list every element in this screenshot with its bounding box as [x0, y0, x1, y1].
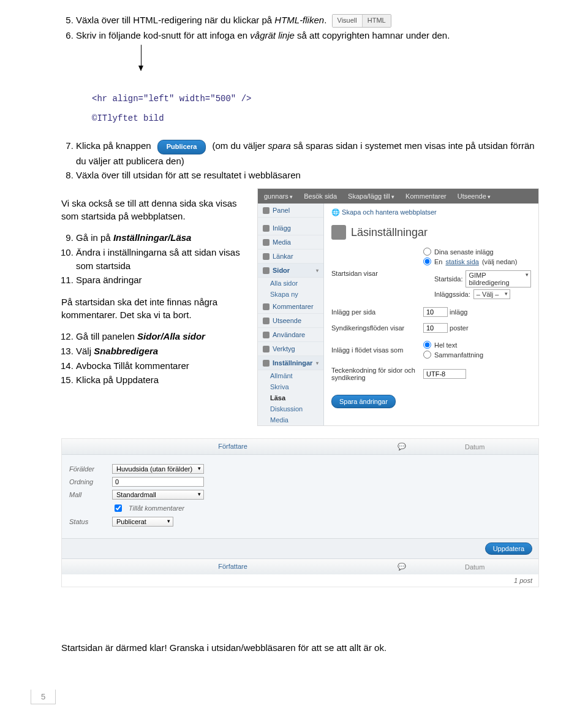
- select-postspage[interactable]: – Välj –: [473, 289, 511, 299]
- paragraph-1: Vi ska också se till att denna sida ska …: [61, 197, 245, 223]
- label-template: Mall: [69, 491, 107, 498]
- label-feed-shows: Inlägg i flödet visas som: [331, 346, 417, 354]
- select-template[interactable]: Standardmall: [112, 490, 204, 500]
- sidebar-item-appearance[interactable]: Utseende: [258, 314, 323, 328]
- sidebar-item-pages[interactable]: Sidor▾: [258, 264, 323, 278]
- input-encoding[interactable]: [423, 369, 466, 379]
- step-5-text: Växla över till HTML-redigering när du k…: [76, 15, 274, 25]
- sidebar-sub-general[interactable]: Allmänt: [258, 370, 323, 381]
- save-changes-button[interactable]: Spara ändringar: [331, 395, 396, 408]
- link-static-page[interactable]: statisk sida: [445, 258, 478, 265]
- select-parent[interactable]: Huvudsida (utan förälder): [112, 464, 204, 474]
- step-10: Ändra i inställningarna så att sidan vis…: [76, 246, 245, 273]
- sidebar-sub-all-pages[interactable]: Alla sidor: [258, 278, 323, 289]
- page-number: 5: [31, 690, 539, 704]
- label-posts-per-page: Inlägg per sida: [331, 308, 417, 316]
- step-6: Skriv in följande kod-snutt för att info…: [76, 29, 539, 42]
- users-icon: [263, 332, 270, 338]
- step-14: Avbocka Tillåt kommentarer: [76, 359, 245, 373]
- column-author[interactable]: Författare: [68, 443, 398, 451]
- step-15: Klicka på Uppdatera: [76, 373, 245, 387]
- update-button[interactable]: Uppdatera: [485, 542, 532, 555]
- step-11: Spara ändringar: [76, 273, 245, 287]
- tab-html: HTML: [363, 15, 391, 27]
- wp-main: 🌐 Skapa och hantera webbplatser Läsinstä…: [324, 204, 538, 425]
- radio-full-text[interactable]: [423, 341, 431, 349]
- sidebar-item-media[interactable]: Media: [258, 235, 323, 249]
- step-list-2: Klicka på knappen Publicera (om du välje…: [61, 139, 539, 182]
- chevron-down-icon: ▾: [316, 268, 318, 273]
- tabs-visual-html: VisuellHTML: [332, 14, 391, 28]
- quick-edit-screenshot: Författare 💬 Datum FörälderHuvudsida (ut…: [61, 438, 539, 587]
- step-7: Klicka på knappen Publicera (om du välje…: [76, 139, 539, 168]
- radio-latest-posts[interactable]: [423, 248, 431, 256]
- wp-breadcrumb: 🌐 Skapa och hantera webbplatser: [331, 208, 531, 216]
- sidebar-item-users[interactable]: Användare: [258, 328, 323, 342]
- label-syndication: Syndikeringsflöden visar: [331, 324, 417, 332]
- step-list: Växla över till HTML-redigering när du k…: [61, 13, 539, 42]
- input-order[interactable]: [112, 477, 204, 487]
- step-12: Gå till panelen Sidor/Alla sidor: [76, 330, 245, 343]
- step-list-3: Gå in på Inställningar/Läsa Ändra i inst…: [61, 231, 245, 287]
- wp-comments[interactable]: Kommentarer: [405, 192, 447, 200]
- paragraph-2: På startsidan ska det inte finnas några …: [61, 295, 245, 321]
- gear-icon: [263, 360, 270, 367]
- sidebar-sub-new-page[interactable]: Skapa ny: [258, 289, 323, 300]
- wp-create[interactable]: Skapa/lägg till: [348, 192, 394, 200]
- wp-topbar: gunnars Besök sida Skapa/lägg till Komme…: [258, 189, 538, 204]
- sidebar-item-tools[interactable]: Verktyg: [258, 342, 323, 356]
- closing-text: Startsidan är därmed klar! Granska i uts…: [61, 642, 539, 653]
- checkbox-allow-comments[interactable]: [115, 504, 122, 512]
- tools-icon: [263, 346, 270, 352]
- sidebar-item-comments[interactable]: Kommentarer: [258, 300, 323, 314]
- sidebar-sub-discussion[interactable]: Diskussion: [258, 403, 323, 414]
- label-postspage: Inläggssida:: [434, 291, 470, 298]
- publish-button-image: Publicera: [157, 140, 206, 154]
- wp-user[interactable]: gunnars: [264, 192, 293, 200]
- step-5: Växla över till HTML-redigering när du k…: [76, 13, 539, 28]
- input-posts-per-page[interactable]: [423, 307, 448, 317]
- pin-icon: [263, 225, 270, 232]
- sidebar-sub-writing[interactable]: Skriva: [258, 381, 323, 392]
- sidebar-item-panel[interactable]: Panel: [258, 204, 323, 218]
- sidebar-sub-media[interactable]: Media: [258, 414, 323, 425]
- wp-visit-site[interactable]: Besök sida: [304, 192, 337, 200]
- column-author-2[interactable]: Författare: [68, 563, 398, 571]
- arrow-down-icon: [141, 45, 141, 70]
- page-icon: [263, 267, 270, 274]
- qe-footer-row: Författare 💬 Datum: [62, 558, 538, 574]
- qe-header: Författare 💬 Datum: [62, 439, 538, 455]
- post-count: 1 post: [62, 574, 538, 587]
- sidebar-sub-reading[interactable]: Läsa: [258, 392, 323, 403]
- select-startpage[interactable]: GIMP bildredigering: [466, 270, 531, 287]
- sidebar-item-links[interactable]: Länkar: [258, 249, 323, 264]
- sidebar-item-posts[interactable]: Inlägg: [258, 221, 323, 235]
- column-date-2[interactable]: Datum: [465, 563, 532, 571]
- label-parent: Förälder: [69, 465, 107, 473]
- label-order: Ordning: [69, 478, 107, 485]
- label-allow-comments: Tillåt kommentarer: [129, 504, 184, 512]
- wp-title-text: Läsinställningar: [351, 226, 428, 239]
- reading-icon: [331, 225, 346, 240]
- comment-bubble-icon: 💬: [398, 563, 406, 571]
- code-snippet: <hr align="left" width="500" /> ©ITlyfte…: [92, 94, 539, 123]
- radio-summary[interactable]: [423, 351, 431, 359]
- step-5-em: HTML-fliken: [274, 15, 324, 25]
- label-status: Status: [69, 518, 107, 525]
- step-13: Välj Snabbredigera: [76, 344, 245, 358]
- input-syndication[interactable]: [423, 323, 448, 333]
- label-startpage: Startsida:: [434, 275, 462, 283]
- wordpress-screenshot: gunnars Besök sida Skapa/lägg till Komme…: [257, 188, 539, 426]
- tab-visual: Visuell: [333, 15, 363, 27]
- wp-appearance[interactable]: Utseende: [458, 192, 491, 200]
- column-date[interactable]: Datum: [465, 443, 532, 451]
- sidebar-item-settings[interactable]: Inställningar▾: [258, 356, 323, 370]
- appearance-icon: [263, 318, 270, 324]
- step-list-4: Gå till panelen Sidor/Alla sidor Välj Sn…: [61, 330, 245, 387]
- radio-static-page[interactable]: [423, 257, 431, 265]
- link-icon: [263, 253, 270, 260]
- select-status[interactable]: Publicerat: [112, 517, 173, 527]
- wp-page-title: Läsinställningar: [331, 225, 531, 240]
- label-encoding: Teckenkodning för sidor och syndikering: [331, 367, 417, 381]
- home-icon: [263, 207, 270, 214]
